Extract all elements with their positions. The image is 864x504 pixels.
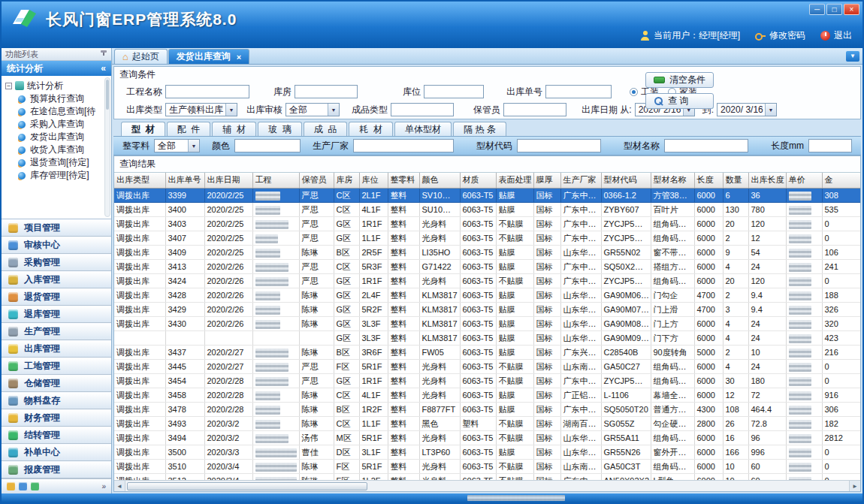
table-row[interactable]: 调拨出库34002020/2/25华水原严思C区4L1F整料SU10…6063-…	[114, 202, 860, 216]
scrollbar-thumb[interactable]	[127, 482, 367, 490]
footer-list-icon[interactable]	[19, 482, 27, 490]
sidebar-item-财务管理[interactable]: 财务管理	[2, 409, 111, 427]
pin-icon[interactable]	[100, 50, 107, 58]
tree-item-在途信息查询[待[interactable]: 在途信息查询[待	[5, 105, 104, 118]
sidebar-item-报废管理[interactable]: 报废管理	[2, 461, 111, 478]
scroll-right-icon[interactable]: ►	[849, 481, 860, 491]
clear-conditions-button[interactable]: 清空条件	[645, 72, 714, 88]
warehouse-input[interactable]	[295, 85, 358, 98]
profile-code-input[interactable]	[517, 139, 601, 152]
column-header-颜色[interactable]: 颜色	[419, 173, 460, 188]
column-header-工程[interactable]: 工程	[252, 173, 299, 188]
table-row[interactable]: 调拨出库34932020/3/2华水原陈琳C区1L1F整料黑色塑料不贴膜国标湖南…	[114, 416, 860, 430]
table-row[interactable]: 调拨出库35102020/3/4工程共工程陈琳F区5R1F整料光身料6063-T…	[114, 459, 860, 473]
table-row[interactable]: 调拨出库34292020/2/26石林城陈琳G区5R2F整料KLM3817606…	[114, 302, 860, 316]
sidebar-item-工地管理[interactable]: 工地管理	[2, 358, 111, 375]
column-header-出库单号[interactable]: 出库单号	[165, 173, 204, 188]
column-header-生产厂家[interactable]: 生产厂家	[560, 173, 601, 188]
material-tab-型材[interactable]: 型 材	[121, 122, 165, 136]
table-row[interactable]: 调拨出库34582020/2/28华水原陈琳C区4L1F整料光身料6063-T5…	[114, 388, 860, 402]
tree-item-库存管理[待定][interactable]: 库存管理[待定]	[5, 169, 104, 182]
manufacturer-input[interactable]	[353, 139, 454, 152]
sidebar-item-结转管理[interactable]: 结转管理	[2, 427, 111, 444]
column-header-出库长度[interactable]: 出库长度	[748, 173, 786, 188]
table-row[interactable]: 调拨出库34302020/2/26石林城陈琳G区3L3F整料KLM3817606…	[114, 316, 860, 330]
expander-icon[interactable]: −	[5, 83, 12, 89]
tree-item-收货入库查询[interactable]: 收货入库查询	[5, 143, 104, 156]
tree-scrollbar[interactable]	[104, 77, 110, 217]
maximize-button[interactable]: □	[826, 4, 842, 15]
table-row[interactable]: 调拨出库35122020/3/4工程共工程陈琳F区1L2F整料光身料6063-T…	[114, 473, 860, 480]
table-row[interactable]: 调拨出库35002020/3/3工程共工程曹佳D区3L1F整料LT3P60606…	[114, 445, 860, 459]
project-name-input[interactable]	[165, 85, 249, 98]
footer-more-icon[interactable]: »	[101, 482, 106, 490]
table-row[interactable]: 调拨出库34372020/2/27佛山工程陈琳B区3R6F整料FW056063-…	[114, 345, 860, 359]
sidebar-item-生产管理[interactable]: 生产管理	[2, 323, 111, 340]
color-input[interactable]	[234, 139, 301, 152]
table-row[interactable]: 调拨出库34092020/2/25长安园陈琳B区2R5F整料LI35HO6063…	[114, 245, 860, 259]
material-tab-辅材[interactable]: 辅 材	[212, 122, 256, 136]
table-row[interactable]: 调拨出库33992020/2/25华水原严思C区2L1F整料SV10…6063-…	[114, 188, 860, 202]
sidebar-item-出库管理[interactable]: 出库管理	[2, 340, 111, 358]
table-row[interactable]: 调拨出库34942020/3/2石印馆城汤伟M区5R1F整料光身料6063-T5…	[114, 430, 860, 445]
tree-scrollbar-thumb[interactable]	[106, 80, 109, 110]
product-type-input[interactable]	[391, 103, 454, 116]
sidebar-item-审核中心[interactable]: 审核中心	[2, 237, 111, 254]
column-header-出库日期[interactable]: 出库日期	[204, 173, 252, 188]
minimize-button[interactable]: ─	[809, 4, 825, 15]
sidebar-item-入库管理[interactable]: 入库管理	[2, 271, 111, 288]
column-header-整零料[interactable]: 整零料	[388, 173, 419, 188]
sidebar-item-项目管理[interactable]: 项目管理	[2, 219, 111, 237]
length-input[interactable]	[808, 139, 852, 152]
table-row[interactable]: 调拨出库34452020/2/27工程工程严思F区5R1F整料光身料6063-T…	[114, 359, 860, 373]
date-to-picker[interactable]: 2020/ 3/16 ▼	[717, 103, 777, 116]
scroll-left-icon[interactable]: ◄	[114, 481, 125, 491]
sidebar-item-采购管理[interactable]: 采购管理	[2, 254, 111, 271]
tab-start-page[interactable]: ⌂ 起始页	[114, 49, 168, 64]
tab-shipment-outbound-query[interactable]: 发货出库查询 ×	[168, 49, 249, 64]
location-input[interactable]	[424, 85, 484, 98]
footer-folder-icon[interactable]	[7, 482, 15, 490]
tree-item-发货出库查询[interactable]: 发货出库查询	[5, 131, 104, 143]
change-password-link[interactable]: 修改密码	[755, 29, 805, 42]
column-header-数量[interactable]: 数量	[723, 173, 748, 188]
sidebar-item-补单中心[interactable]: 补单中心	[2, 444, 111, 461]
tree-item-退货查询[待定][interactable]: 退货查询[待定]	[5, 156, 104, 169]
column-header-出库类型[interactable]: 出库类型	[114, 173, 165, 188]
table-row[interactable]: 调拨出库34282020/2/26石林城陈琳G区2L4F整料KLM3817606…	[114, 288, 860, 302]
column-header-金[interactable]: 金	[822, 173, 860, 188]
close-button[interactable]: ×	[844, 4, 859, 15]
tree-item-预算执行查询[interactable]: 预算执行查询	[5, 92, 104, 105]
column-header-库位[interactable]: 库位	[359, 173, 388, 188]
table-row[interactable]: 调拨出库34072020/2/25工程严思G区1L1F整料光身料6063-T5不…	[114, 231, 860, 245]
audit-select[interactable]: 全部 ▼	[285, 103, 340, 116]
table-row[interactable]: 调拨出库34032020/2/25工程工程严思G区1R1F整料光身料6063-T…	[114, 216, 860, 231]
material-tab-配件[interactable]: 配 件	[167, 122, 211, 136]
horizontal-scrollbar[interactable]: ◄ ►	[114, 480, 860, 491]
material-tab-成品[interactable]: 成 品	[304, 122, 348, 136]
table-row[interactable]: G区3L3F整料KLM38176063-T5贴膜国标山东华…GA90M09…门下…	[114, 330, 860, 345]
column-header-型材代码[interactable]: 型材代码	[601, 173, 651, 188]
column-header-保管员[interactable]: 保管员	[299, 173, 334, 188]
material-tab-耗材[interactable]: 耗 材	[349, 122, 393, 136]
keeper-input[interactable]	[503, 103, 566, 116]
tab-overflow-icon[interactable]: ▼	[846, 51, 859, 62]
material-tab-隔热条[interactable]: 隔 热 条	[453, 122, 506, 136]
column-header-单价[interactable]: 单价	[786, 173, 822, 188]
column-header-库房[interactable]: 库房	[334, 173, 359, 188]
sidebar-group-header[interactable]: 统计分析 «	[2, 61, 111, 76]
tree-item-采购入库查询[interactable]: 采购入库查询	[5, 118, 104, 131]
column-header-型材名称[interactable]: 型材名称	[651, 173, 694, 188]
footer-computer-icon[interactable]	[31, 482, 39, 490]
whole-part-select[interactable]: 全部 ▼	[154, 139, 200, 152]
profile-name-input[interactable]	[664, 139, 748, 152]
tab-close-icon[interactable]: ×	[237, 53, 241, 62]
collapse-icon[interactable]: «	[101, 63, 106, 74]
column-header-膜厚[interactable]: 膜厚	[533, 173, 560, 188]
outbound-type-select[interactable]: 生产领料出库 ▼	[165, 103, 237, 116]
table-row[interactable]: 调拨出库34242020/2/26工程工程严思G区1R1F整料光身料6063-T…	[114, 273, 860, 288]
material-tab-单体型材[interactable]: 单体型材	[394, 122, 452, 136]
sidebar-item-退库管理[interactable]: 退库管理	[2, 306, 111, 323]
column-header-材质[interactable]: 材质	[460, 173, 496, 188]
sidebar-item-物料盘存[interactable]: 物料盘存	[2, 392, 111, 409]
